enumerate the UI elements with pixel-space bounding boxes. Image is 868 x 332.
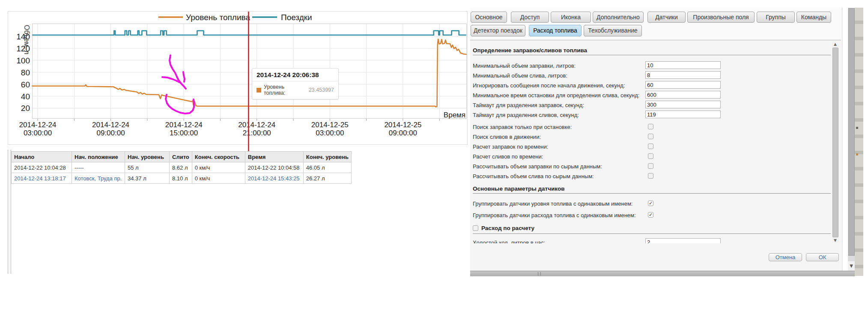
table-cell: ----- xyxy=(72,162,125,173)
field-label: Минимальный объем слива, литров: xyxy=(473,72,567,79)
tab-Дополнительно[interactable]: Дополнительно xyxy=(593,12,644,23)
x-tick-label-time: 21:00:00 xyxy=(243,129,271,137)
section-rule xyxy=(473,193,831,194)
outer-scrollbar[interactable]: ▼ xyxy=(848,8,855,271)
tab-Доступ[interactable]: Доступ xyxy=(511,12,549,23)
background-fleck xyxy=(856,127,858,129)
field-input[interactable] xyxy=(645,91,721,99)
field-label: Минимальное время остановки для определе… xyxy=(473,92,639,99)
table-cell: 2014-12-22 10:04:28 xyxy=(12,162,72,173)
field-checkbox[interactable]: ✓ xyxy=(648,212,653,218)
y-tick-label: 80 xyxy=(21,68,30,77)
tab-Команды[interactable]: Команды xyxy=(796,12,831,23)
section-title-sensor-params: Основные параметры датчиков xyxy=(473,185,832,192)
field-checkbox[interactable] xyxy=(648,134,653,139)
background-app-edge xyxy=(855,8,863,276)
table-cell: 8.62 л xyxy=(170,162,192,173)
field-label: Группировать датчики расхода топлива с о… xyxy=(473,212,636,218)
field-label: Поиск сливов в движении: xyxy=(473,134,541,140)
tooltip-series-value: 23.453997 xyxy=(309,87,334,93)
x-tick-label-time: 03:00:00 xyxy=(316,129,344,137)
column-header[interactable]: Конеч. уровень xyxy=(303,152,351,162)
table-row: 2014-12-22 10:04:28-----55 л8.62 л0 км/ч… xyxy=(12,162,352,173)
field-input[interactable] xyxy=(645,71,721,79)
field-label: Игнорировать сообщения после начала движ… xyxy=(473,82,625,89)
tooltip-series-label: Уровень топлива: xyxy=(264,84,307,96)
dialog-bottom-scrollbar[interactable] xyxy=(470,271,855,276)
column-header[interactable]: Конеч. скорость xyxy=(192,152,245,162)
column-header[interactable]: Время xyxy=(245,152,303,162)
section-title-consumption-by-math: Расход по расчету xyxy=(481,225,534,231)
tab-Детектор поездок[interactable]: Детектор поездок xyxy=(471,25,525,36)
left-splitter[interactable] xyxy=(8,150,11,274)
table-cell[interactable]: 2014-12-24 13:18:17 xyxy=(12,173,72,184)
field-checkbox[interactable] xyxy=(648,124,653,129)
form-row: Группировать датчики уровня топлива с од… xyxy=(473,198,832,209)
y-tick-label: 100 xyxy=(16,56,30,65)
scroll-down-icon[interactable]: ▼ xyxy=(832,238,838,243)
field-checkbox[interactable] xyxy=(648,153,653,159)
y-tick-label: 40 xyxy=(21,92,30,101)
settings-scrollbar-thumb[interactable] xyxy=(832,48,838,237)
form-row: Рассчитывать объем слива по сырым данным… xyxy=(473,171,832,181)
ok-button[interactable]: ОК xyxy=(806,253,839,261)
y-axis-label: Объем, л xyxy=(23,25,30,54)
field-checkbox[interactable]: ✓ xyxy=(648,200,653,206)
field-input[interactable] xyxy=(645,101,721,108)
table-cell: 34.37 л xyxy=(125,173,170,184)
fuel-settings-form: Определение заправок/сливов топлива Мини… xyxy=(470,41,832,243)
section-rule xyxy=(473,55,831,55)
field-input[interactable] xyxy=(645,238,721,243)
cancel-button[interactable]: Отмена xyxy=(769,253,802,261)
field-label: Таймаут для разделения заправок, секунд: xyxy=(473,102,584,108)
field-input[interactable] xyxy=(645,61,721,69)
consumption-by-math-checkbox[interactable] xyxy=(473,225,478,231)
form-row: Холостой ход, литров в час: xyxy=(473,238,832,243)
legend-label-fuel: Уровень топлива xyxy=(186,13,250,22)
table-cell: 46.05 л xyxy=(303,162,351,173)
field-checkbox[interactable] xyxy=(648,163,653,169)
dialog-right-border xyxy=(842,8,842,271)
scroll-up-icon[interactable]: ▲ xyxy=(832,42,838,47)
form-row: Таймаут для разделения заправок, секунд: xyxy=(473,100,832,110)
field-input[interactable] xyxy=(645,81,721,89)
form-row: Рассчитывать объем заправки по сырым дан… xyxy=(473,162,832,171)
column-header[interactable]: Начало xyxy=(12,152,72,162)
form-row: Расчет сливов по времени: xyxy=(473,152,832,162)
form-row: Минимальный объем заправки, литров: xyxy=(473,61,832,71)
fuel-level-chart[interactable]: 2014-12-2403:00:002014-12-2409:00:002014… xyxy=(0,0,471,154)
form-row: Поиск сливов в движении: xyxy=(473,132,832,142)
x-tick-label-date: 2014-12-25 xyxy=(311,121,349,129)
form-row: Игнорировать сообщения после начала движ… xyxy=(473,81,832,90)
table-cell[interactable]: 2014-12-24 15:43:25 xyxy=(245,173,303,184)
x-tick-label-time: 09:00:00 xyxy=(96,129,125,137)
field-checkbox[interactable] xyxy=(648,173,653,179)
background-fleck xyxy=(856,153,858,156)
outer-scrollbar-thumb[interactable] xyxy=(848,8,855,256)
table-cell[interactable]: Котовск, Труда пр. xyxy=(72,173,125,184)
y-tick-label: 60 xyxy=(21,80,30,89)
tab-Расход топлива[interactable]: Расход топлива xyxy=(529,25,582,36)
field-input[interactable] xyxy=(645,111,721,118)
form-row: Минимальный объем слива, литров: xyxy=(473,71,832,81)
form-row: Таймаут для разделения сливов, секунд: xyxy=(473,110,832,120)
table-cell: 55 л xyxy=(125,162,170,173)
column-header[interactable]: Нач. положение xyxy=(72,152,125,162)
tab-Произвольные поля[interactable]: Произвольные поля xyxy=(687,12,755,23)
table-cell: 8.10 л xyxy=(170,173,192,184)
x-tick-label-date: 2014-12-24 xyxy=(92,121,129,129)
x-tick-label-time: 09:00:00 xyxy=(389,129,417,137)
settings-scrollbar[interactable]: ▲ ▼ xyxy=(832,42,838,243)
outer-scroll-down-icon[interactable]: ▼ xyxy=(848,261,855,271)
legend-label-trips: Поездки xyxy=(281,13,312,22)
column-header[interactable]: Нач. уровень xyxy=(125,152,170,162)
tab-Датчики[interactable]: Датчики xyxy=(647,12,686,23)
tab-Основное[interactable]: Основное xyxy=(471,12,507,23)
tab-Техобслуживание[interactable]: Техобслуживание xyxy=(584,25,642,36)
tab-Группы[interactable]: Группы xyxy=(757,12,795,23)
column-header[interactable]: Слито xyxy=(170,152,192,162)
section-rule xyxy=(473,233,831,234)
bottom-scrollbar-grip[interactable] xyxy=(538,272,541,275)
tab-Иконка[interactable]: Иконка xyxy=(551,12,591,23)
field-checkbox[interactable] xyxy=(648,144,653,149)
